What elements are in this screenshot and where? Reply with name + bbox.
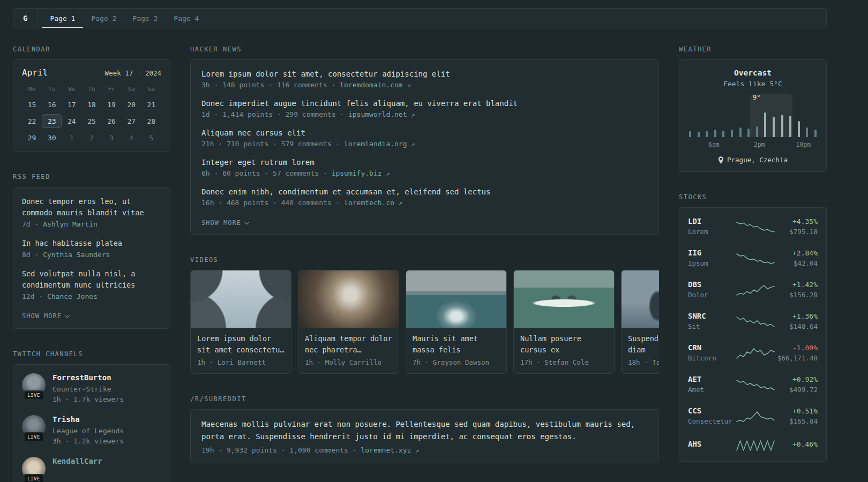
video-thumbnail[interactable]	[298, 270, 399, 328]
external-link-icon: ↗	[411, 111, 415, 118]
video-meta: 7h · Grayson Dawson	[413, 358, 500, 366]
hn-story-title[interactable]: Lorem ipsum dolor sit amet, consectetur …	[201, 70, 648, 78]
stock-row[interactable]: AHS +0.46%	[688, 432, 818, 458]
stock-ticker: DBS	[688, 280, 736, 289]
tab-page-3[interactable]: Page 3	[124, 9, 166, 28]
hn-story[interactable]: Donec imperdiet augue tincidunt felis al…	[201, 99, 648, 118]
stock-ticker: LDI	[688, 217, 736, 225]
stock-row[interactable]: CCS Consectetur +0.51% $165.84	[688, 400, 818, 432]
rss-show-more-button[interactable]: SHOW MORE	[22, 312, 69, 320]
twitch-channel-name[interactable]: KendallCarr	[53, 457, 102, 465]
rss-item-author[interactable]: Ashlyn Martin	[43, 220, 98, 228]
video-thumbnail[interactable]	[406, 270, 506, 328]
hn-story-domain[interactable]: ipsumify.biz ↗	[332, 169, 390, 177]
hn-story-title[interactable]: Donec imperdiet augue tincidunt felis al…	[201, 99, 648, 108]
video-card[interactable]: Lorem ipsum dolor sit amet consectetu… 1…	[190, 270, 291, 374]
stock-row[interactable]: IIG Ipsum +2.84% $42.04	[688, 242, 818, 274]
calendar-day[interactable]: 3	[102, 131, 122, 145]
chevron-down-icon	[244, 220, 250, 225]
calendar-day[interactable]: 26	[102, 114, 122, 128]
calendar-day[interactable]: 28	[141, 114, 161, 128]
rss-item[interactable]: Donec tempor eros leo, ut commodo mauris…	[22, 196, 161, 228]
calendar-day[interactable]: 23	[42, 114, 62, 128]
hn-story-title[interactable]: Integer eget rutrum lorem	[201, 158, 648, 167]
calendar-day[interactable]: 25	[81, 114, 101, 128]
video-card[interactable]: Aliquam tempor dolor nec pharetra… 1h · …	[298, 270, 399, 374]
rss-item[interactable]: Sed volutpat nulla nisl, a condimentum n…	[22, 268, 161, 300]
stock-row[interactable]: SNRC Sit +1.36% $148.64	[688, 305, 818, 337]
weather-bar	[789, 116, 791, 137]
calendar-day[interactable]: 24	[62, 114, 81, 128]
calendar-day[interactable]: 16	[42, 97, 62, 111]
video-card[interactable]: Suspendisse pulvinar diam 18h · Tara Gom…	[621, 270, 659, 374]
hn-story-domain[interactable]: loremdomain.com ↗	[340, 81, 410, 89]
calendar-day[interactable]: 20	[122, 97, 141, 111]
hn-story-domain[interactable]: loremtech.co ↗	[344, 199, 402, 207]
hn-story[interactable]: Lorem ipsum dolor sit amet, consectetur …	[201, 70, 648, 89]
rss-item-author[interactable]: Cynthia Saunders	[43, 251, 110, 259]
stock-row[interactable]: AET Amet +0.92% $499.72	[688, 368, 818, 400]
calendar-day[interactable]: 22	[22, 114, 42, 128]
hn-show-more-button[interactable]: SHOW MORE	[201, 219, 249, 227]
calendar-day[interactable]: 2	[81, 131, 101, 145]
calendar-month: April	[22, 67, 48, 78]
twitch-channel[interactable]: LIVE Trisha League of Legends 3h · 1.2k …	[22, 415, 161, 446]
avatar: LIVE	[22, 457, 46, 480]
calendar-section: CALENDAR April Week 17 · 2024 MoTuWeThFr…	[13, 46, 170, 152]
calendar-day[interactable]: 15	[22, 97, 42, 111]
twitch-channel-name[interactable]: ForrestBurton	[53, 373, 124, 382]
stock-row[interactable]: LDI Lorem +4.35% $795.18	[688, 210, 818, 242]
calendar-day[interactable]: 17	[62, 97, 81, 111]
app-logo[interactable]: G	[14, 9, 38, 28]
stock-change: -1.00%	[775, 344, 818, 352]
calendar-day[interactable]: 27	[122, 114, 141, 128]
rss-item-title[interactable]: Donec tempor eros leo, ut commodo mauris…	[22, 196, 161, 219]
calendar-day[interactable]: 4	[122, 131, 141, 145]
subreddit-post-domain[interactable]: loremnet.xyz ↗	[361, 446, 419, 454]
rss-item[interactable]: In hac habitasse platea 8d · Cynthia Sau…	[22, 238, 161, 259]
stock-row[interactable]: DBS Dolor +1.42% $156.28	[688, 274, 818, 305]
stock-name: Dolor	[688, 291, 736, 299]
twitch-channel[interactable]: LIVE KendallCarr	[22, 457, 161, 480]
hn-story-title[interactable]: Aliquam nec cursus elit	[201, 129, 648, 137]
calendar-day[interactable]: 30	[42, 131, 62, 145]
twitch-viewers: 1h · 1.7k viewers	[53, 394, 124, 404]
live-badge: LIVE	[24, 432, 44, 442]
calendar-day[interactable]: 29	[22, 131, 42, 145]
calendar-day[interactable]: 21	[141, 97, 161, 111]
tab-page-2[interactable]: Page 2	[83, 9, 124, 28]
hn-story-meta: 21h · 710 points · 579 comments ·	[201, 140, 340, 148]
video-meta: 1h · Molly Carrillo	[305, 358, 392, 366]
video-thumbnail[interactable]	[191, 270, 291, 328]
tab-page-4[interactable]: Page 4	[166, 9, 207, 28]
hn-story[interactable]: Aliquam nec cursus elit 21h · 710 points…	[201, 129, 648, 148]
rss-item-title[interactable]: In hac habitasse platea	[22, 238, 161, 249]
calendar-day[interactable]: 1	[62, 131, 81, 145]
twitch-viewers: 3h · 1.2k viewers	[53, 436, 124, 446]
video-card[interactable]: Mauris sit amet massa felis 7h · Grayson…	[406, 270, 507, 374]
hn-story[interactable]: Donec enim nibh, condimentum et accumsan…	[201, 187, 648, 207]
tab-page-1[interactable]: Page 1	[42, 9, 83, 28]
video-thumbnail[interactable]	[514, 270, 614, 328]
hn-story-domain[interactable]: loremlandia.org ↗	[344, 140, 415, 148]
hn-story-title[interactable]: Donec enim nibh, condimentum et accumsan…	[201, 187, 648, 196]
hn-story-domain[interactable]: ipsumworld.net ↗	[348, 110, 415, 118]
twitch-channel[interactable]: LIVE ForrestBurton Counter-Strike 1h · 1…	[22, 373, 161, 404]
calendar-day[interactable]: 5	[141, 131, 161, 145]
calendar-day[interactable]: 18	[81, 97, 101, 111]
stock-change: +2.84%	[775, 249, 818, 257]
subreddit-card: Maecenas mollis pulvinar erat non posuer…	[190, 409, 659, 463]
video-thumbnail[interactable]	[622, 270, 659, 328]
video-card[interactable]: Nullam posuere cursus ex 17h · Stefan Co…	[513, 270, 615, 374]
weather-condition: Overcast	[688, 69, 818, 77]
calendar-day[interactable]: 19	[102, 97, 122, 111]
rss-item-title[interactable]: Sed volutpat nulla nisl, a condimentum n…	[22, 268, 161, 291]
stock-name: Amet	[688, 386, 736, 394]
stock-price: $148.64	[775, 322, 818, 330]
stock-row[interactable]: CRN Bitcorn -1.00% $66,171.48	[688, 337, 818, 368]
subreddit-post-title[interactable]: Maecenas mollis pulvinar erat non posuer…	[201, 418, 648, 443]
calendar-day-header: Th	[81, 84, 101, 95]
twitch-channel-name[interactable]: Trisha	[53, 415, 124, 424]
rss-item-author[interactable]: Chance Jones	[47, 292, 98, 300]
hn-story[interactable]: Integer eget rutrum lorem 6h · 60 points…	[201, 158, 648, 177]
